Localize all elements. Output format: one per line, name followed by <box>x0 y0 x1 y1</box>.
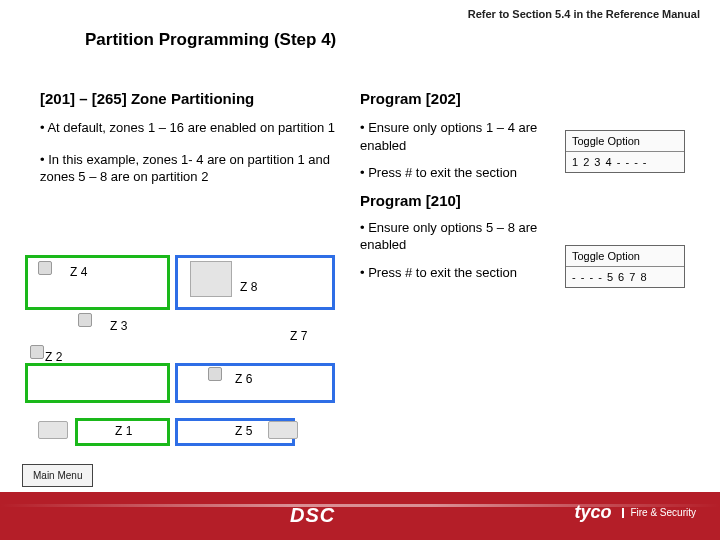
zone-diagram: Z 4 Z 8 Z 3 Z 7 Z 2 Z 6 Z 1 Z 5 <box>20 255 350 445</box>
reference-note: Refer to Section 5.4 in the Reference Ma… <box>468 8 700 20</box>
left-bullet-1: • At default, zones 1 – 16 are enabled o… <box>40 119 345 137</box>
motion-sensor-icon <box>78 313 92 327</box>
keypad-icon <box>268 421 298 439</box>
zone-label-z6: Z 6 <box>235 372 252 386</box>
tyco-logo: tyco Fire & Security <box>574 502 696 523</box>
right-column: Program [202] • Ensure only options 1 – … <box>360 90 555 291</box>
keypad-icon <box>38 421 68 439</box>
page-title: Partition Programming (Step 4) <box>85 30 336 50</box>
main-menu-button[interactable]: Main Menu <box>22 464 93 487</box>
right-bullet-1: • Ensure only options 1 – 4 are enabled <box>360 119 555 154</box>
motion-sensor-icon <box>38 261 52 275</box>
toggle-option-label: Toggle Option <box>566 246 684 267</box>
left-header: [201] – [265] Zone Partitioning <box>40 90 345 107</box>
toggle-option-value-2: - - - - 5 6 7 8 <box>566 267 684 287</box>
toggle-option-label: Toggle Option <box>566 131 684 152</box>
toggle-option-box-1: Toggle Option 1 2 3 4 - - - - <box>565 130 685 173</box>
right-bullet-2: • Press # to exit the section <box>360 164 555 182</box>
slide: Refer to Section 5.4 in the Reference Ma… <box>0 0 720 540</box>
zone-label-z7: Z 7 <box>290 329 307 343</box>
motion-sensor-icon <box>30 345 44 359</box>
zone-label-z3: Z 3 <box>110 319 127 333</box>
left-column: [201] – [265] Zone Partitioning • At def… <box>40 90 345 200</box>
footer-bar: DSC tyco Fire & Security <box>0 492 720 540</box>
control-panel-icon <box>190 261 232 297</box>
zone-label-z8: Z 8 <box>240 280 257 294</box>
tyco-subtext: Fire & Security <box>622 508 696 518</box>
zone-label-z5: Z 5 <box>235 424 252 438</box>
toggle-option-box-2: Toggle Option - - - - 5 6 7 8 <box>565 245 685 288</box>
toggle-option-value-1: 1 2 3 4 - - - - <box>566 152 684 172</box>
zone-label-z2: Z 2 <box>45 350 62 364</box>
partition-2-box <box>175 363 335 403</box>
right-bullet-4: • Press # to exit the section <box>360 264 555 282</box>
zone-label-z4: Z 4 <box>70 265 87 279</box>
motion-sensor-icon <box>208 367 222 381</box>
program-210-header: Program [210] <box>360 192 555 209</box>
zone-label-z1: Z 1 <box>115 424 132 438</box>
partition-1-box <box>25 363 170 403</box>
tyco-text: tyco <box>574 502 611 522</box>
right-bullet-3: • Ensure only options 5 – 8 are enabled <box>360 219 555 254</box>
program-202-header: Program [202] <box>360 90 555 107</box>
dsc-logo: DSC <box>290 504 335 527</box>
left-bullet-2: • In this example, zones 1- 4 are on par… <box>40 151 345 186</box>
